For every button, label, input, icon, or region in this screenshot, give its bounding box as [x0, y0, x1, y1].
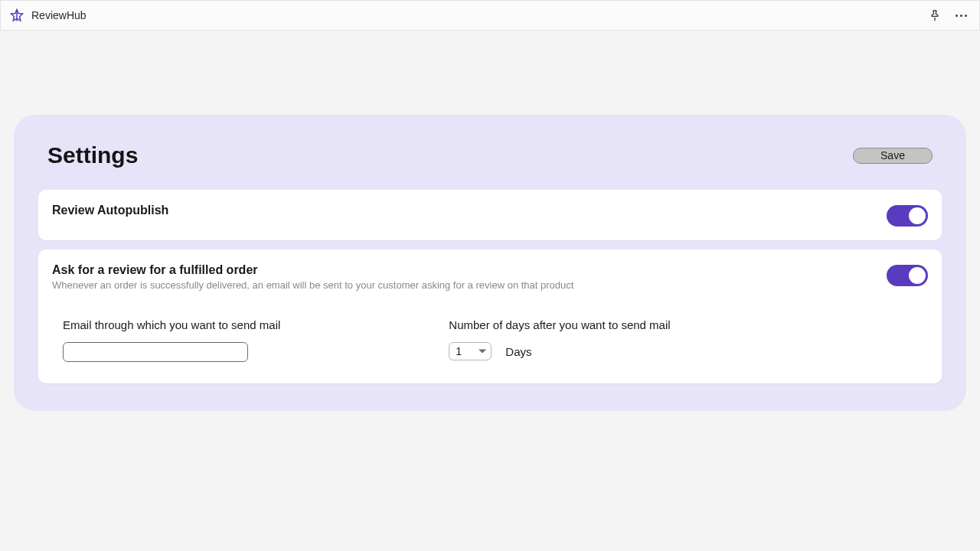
settings-panel: Settings Save Review Autopublish Ask for… — [14, 115, 966, 411]
days-select-value: 1 — [456, 345, 462, 357]
ask-review-card: Ask for a review for a fulfilled order W… — [38, 249, 942, 383]
email-input[interactable] — [63, 342, 248, 362]
autopublish-card: Review Autopublish — [38, 190, 942, 240]
autopublish-toggle[interactable] — [887, 205, 928, 227]
more-icon — [956, 15, 967, 17]
days-field-label: Number of days after you want to send ma… — [449, 318, 670, 331]
page-title: Settings — [47, 142, 138, 168]
email-field-label: Email through which you want to send mai… — [63, 318, 280, 331]
app-logo-icon — [10, 8, 24, 22]
ask-review-toggle[interactable] — [887, 265, 928, 286]
autopublish-title: Review Autopublish — [52, 204, 887, 217]
top-bar: ReviewHub — [0, 0, 980, 31]
chevron-down-icon — [479, 350, 486, 354]
toggle-knob — [909, 207, 926, 224]
pin-button[interactable] — [926, 6, 944, 24]
days-select[interactable]: 1 — [449, 342, 492, 360]
toggle-knob — [909, 267, 926, 284]
ask-review-title: Ask for a review for a fulfilled order — [52, 263, 887, 277]
days-unit-label: Days — [505, 345, 531, 358]
more-button[interactable] — [952, 6, 970, 24]
app-name: ReviewHub — [31, 9, 87, 21]
save-button[interactable]: Save — [853, 148, 933, 164]
ask-review-description: Whenever an order is successfully delive… — [52, 279, 887, 291]
